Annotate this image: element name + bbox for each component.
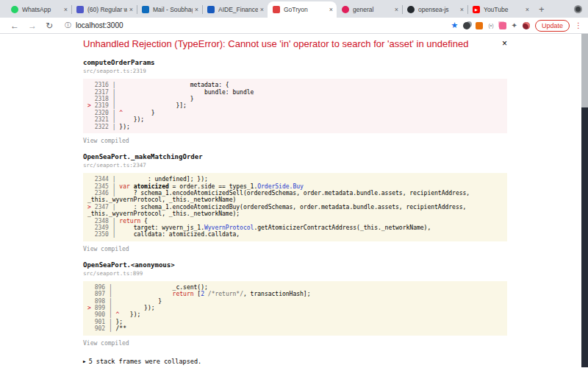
line-number: 898 | [91, 298, 116, 305]
profile-avatar[interactable] [523, 22, 530, 29]
code-line: 900 | ^ }); [87, 311, 503, 318]
expand-triangle-icon: ▶ [83, 358, 86, 364]
tab-close-icon[interactable]: × [127, 6, 133, 13]
line-number: 899 | [91, 305, 116, 311]
code-token: atomicized [134, 183, 169, 190]
code-token: }; [116, 319, 123, 325]
code-line: 2349 | target: wyvern_js_1.WyvernProtoco… [87, 224, 503, 231]
update-button[interactable]: Update [535, 20, 570, 32]
code-token: , transactionHash]; [243, 291, 311, 297]
code-line: 2344 | : undefined]; }); [87, 176, 503, 183]
forward-icon[interactable]: → [28, 21, 37, 30]
tab-general[interactable]: general× [337, 1, 402, 18]
code-token [116, 291, 173, 297]
toolbar-right: ★ (•) ✦ Update ⋮ [451, 20, 582, 32]
tab-search-icon[interactable] [574, 5, 582, 13]
code-token: { [140, 218, 148, 224]
tab-label: WhatsApp [22, 6, 62, 13]
tab-youtube[interactable]: ▶YouTube× [467, 1, 533, 18]
bookmark-star-icon[interactable]: ★ [451, 21, 459, 30]
code-token: _c.sent(); [116, 284, 208, 291]
address-bar[interactable]: ⓘ localhost:3000 [65, 21, 451, 30]
stack-frame: computeOrderParamssrc/seaport.ts:2319 23… [83, 59, 507, 144]
collapsed-frames-toggle[interactable]: ▶5 stack frames were collapsed. [83, 358, 507, 365]
tab-aide-finance-p[interactable]: AIDE_Finance_P× [202, 1, 268, 18]
close-icon[interactable]: × [495, 38, 507, 49]
code-token: var [119, 183, 133, 190]
shopping-extension-icon[interactable] [476, 22, 483, 29]
tab-label: (60) Regular wee [87, 6, 127, 13]
line-number: 897 | [91, 291, 116, 297]
code-frame: 2316 | metadata: { 2317 | bundle: bundle… [83, 79, 507, 133]
tab-close-icon[interactable]: × [523, 6, 529, 13]
tab-close-icon[interactable]: × [62, 6, 68, 13]
code-token: bundle: bundle [119, 89, 254, 96]
code-token: }]; [119, 102, 187, 109]
code-token: metadata: { [119, 82, 229, 88]
code-token: ? schema_1.encodeAtomicizedSell(orderedS… [87, 190, 473, 203]
code-line: 2316 | metadata: { [87, 82, 503, 88]
github-icon [407, 6, 415, 13]
pink-extension-icon[interactable] [499, 22, 506, 29]
line-number: 2318 | [91, 96, 120, 102]
code-line: 2322 | }); [87, 124, 503, 130]
code-token: return [119, 218, 140, 224]
stack-frame: OpenSeaPort.<anonymous>src/seaport.ts:89… [83, 261, 507, 347]
tab-label: Mail - Soubhagy [153, 6, 193, 13]
code-token: [ [194, 291, 201, 297]
code-line: 2348 | return { [87, 218, 503, 224]
line-number: 2348 | [91, 218, 120, 224]
code-token: OrderSide.Buy [257, 183, 304, 190]
tab-close-icon[interactable]: × [258, 6, 264, 13]
view-compiled-link[interactable]: View compiled [83, 138, 507, 144]
code-line: > 2319 | }]; [87, 102, 503, 109]
back-icon[interactable]: ← [10, 21, 19, 30]
profile-circles-extension-icon[interactable] [463, 22, 470, 29]
browser-tab-strip: WhatsApp×(60) Regular wee×Mail - Soubhag… [0, 0, 588, 18]
code-token: .getAtomicizerContractAddress(_this._net… [254, 224, 431, 231]
tab-close-icon[interactable]: × [392, 6, 398, 13]
code-token: /*return*/ [208, 291, 243, 297]
outlook-icon [142, 6, 149, 13]
view-compiled-link[interactable]: View compiled [83, 340, 507, 347]
scrollbar-thumb[interactable] [581, 34, 588, 107]
line-number: 2319 | [91, 102, 120, 109]
tab-gotryon[interactable]: GoTryon× [268, 1, 337, 18]
line-number: 2317 | [91, 89, 120, 96]
scrollbar-track[interactable] [581, 34, 588, 367]
view-compiled-link[interactable]: View compiled [83, 246, 507, 252]
site-info-icon[interactable]: ⓘ [65, 21, 71, 30]
new-tab-button[interactable]: + [533, 4, 551, 18]
tab--60-regular-wee[interactable]: (60) Regular wee× [71, 1, 137, 18]
code-token: = order.side == types_1. [169, 183, 257, 190]
line-number: 902 | [91, 325, 116, 332]
code-line: 898 | } [87, 298, 503, 305]
reload-icon[interactable]: ↻ [46, 21, 53, 30]
whatsapp-icon [11, 6, 18, 13]
tab-whatsapp[interactable]: WhatsApp× [6, 1, 71, 18]
code-frame: 2344 | : undefined]; }); 2345 | var atom… [83, 173, 507, 241]
code-token: } [123, 110, 154, 116]
broadcast-extension-icon[interactable]: (•) [488, 23, 493, 28]
stack-frames: computeOrderParamssrc/seaport.ts:2319 23… [83, 59, 507, 367]
browser-menu-icon[interactable]: ⋮ [575, 21, 582, 29]
tab-close-icon[interactable]: × [193, 6, 198, 13]
code-token: /** [116, 325, 126, 332]
code-token: }); [119, 311, 140, 318]
line-number: 900 | [91, 311, 116, 318]
tab-label: GoTryon [284, 6, 327, 13]
code-line: 2318 | } [87, 96, 503, 102]
tab-mail-soubhagy[interactable]: Mail - Soubhagy× [137, 1, 202, 18]
frame-function-name: OpenSeaPort.<anonymous> [83, 261, 507, 269]
line-number: 2322 | [91, 124, 120, 130]
extensions-puzzle-icon[interactable]: ✦ [512, 21, 517, 29]
tab-opensea-js[interactable]: opensea-js× [402, 1, 467, 18]
line-number: 2321 | [91, 116, 120, 123]
code-line: 902 | /** [87, 325, 503, 332]
tab-close-icon[interactable]: × [327, 6, 333, 13]
stack-frame: OpenSeaPort._makeMatchingOrdersrc/seapor… [83, 153, 507, 252]
browser-toolbar: ← → ↻ ⓘ localhost:3000 ★ (•) ✦ Update ⋮ [0, 18, 588, 34]
code-line: 2317 | bundle: bundle [87, 89, 503, 96]
frame-source-location: src/seaport.ts:2347 [83, 162, 507, 169]
tab-close-icon[interactable]: × [458, 6, 464, 13]
